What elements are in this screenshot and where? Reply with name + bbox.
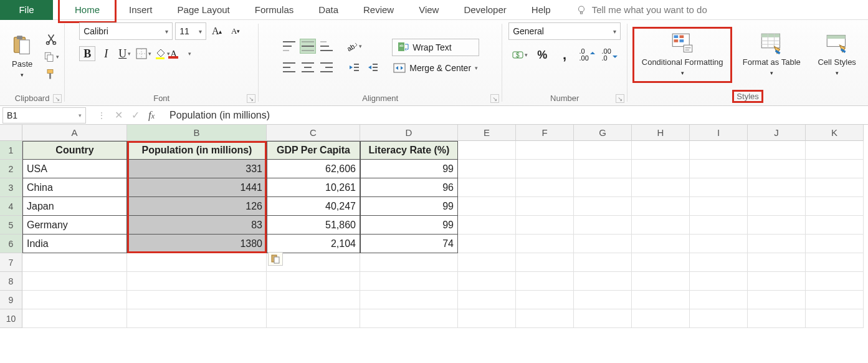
cell-A5[interactable]: Germany [22, 216, 127, 235]
cell-F7[interactable] [516, 253, 574, 272]
cell-J10[interactable] [748, 309, 806, 328]
cell-E8[interactable] [458, 272, 516, 291]
cell-C3[interactable]: 10,261 [267, 178, 360, 197]
cell-G10[interactable] [574, 309, 632, 328]
grow-font-button[interactable]: A▴ [209, 24, 225, 39]
row-header-6[interactable]: 6 [0, 235, 22, 253]
page-layout-tab[interactable]: Page Layout [165, 0, 242, 20]
cell-H3[interactable] [632, 178, 690, 197]
file-tab[interactable]: File [0, 0, 53, 20]
format-painter-button[interactable] [43, 67, 59, 82]
cell-J3[interactable] [748, 178, 806, 197]
alignment-launcher[interactable]: ↘ [490, 94, 499, 103]
cell-K2[interactable] [806, 160, 864, 178]
cell-I1[interactable] [690, 141, 748, 160]
cell-J9[interactable] [748, 291, 806, 309]
cell-E5[interactable] [458, 216, 516, 235]
decrease-indent-button[interactable] [346, 60, 362, 75]
cell-H9[interactable] [632, 291, 690, 309]
cell-C5[interactable]: 51,860 [267, 216, 360, 235]
cell-C8[interactable] [267, 272, 360, 291]
cell-H4[interactable] [632, 197, 690, 216]
wrap-text-button[interactable]: ab Wrap Text [392, 39, 479, 56]
cell-C6[interactable]: 2,104 [267, 235, 360, 253]
fill-color-button[interactable] [154, 46, 170, 61]
percent-button[interactable]: % [534, 47, 550, 62]
formulas-tab[interactable]: Formulas [242, 0, 307, 20]
developer-tab[interactable]: Developer [451, 0, 518, 20]
cell-D10[interactable] [360, 309, 458, 328]
font-color-button[interactable]: A [173, 46, 189, 61]
cell-J7[interactable] [748, 253, 806, 272]
accounting-format-button[interactable]: $ [512, 47, 528, 62]
cell-I6[interactable] [690, 235, 748, 253]
cell-G5[interactable] [574, 216, 632, 235]
cell-G4[interactable] [574, 197, 632, 216]
cell-K9[interactable] [806, 291, 864, 309]
align-middle-button[interactable] [300, 39, 316, 54]
cell-C1[interactable]: GDP Per Capita [267, 141, 360, 160]
decrease-decimal-button[interactable]: .00.0 [601, 47, 618, 62]
increase-indent-button[interactable] [365, 60, 381, 75]
cell-A3[interactable]: China [22, 178, 127, 197]
view-tab[interactable]: View [406, 0, 451, 20]
cancel-formula-button[interactable]: ✕ [115, 109, 123, 121]
clipboard-launcher[interactable]: ↘ [53, 94, 62, 103]
cell-F5[interactable] [516, 216, 574, 235]
cell-G1[interactable] [574, 141, 632, 160]
cell-J2[interactable] [748, 160, 806, 178]
cell-E10[interactable] [458, 309, 516, 328]
cell-C2[interactable]: 62,606 [267, 160, 360, 178]
worksheet-grid[interactable]: A B C D E F G H I J K 1 Country Populati… [0, 125, 868, 328]
cell-styles-button[interactable]: Cell Styles ▾ [811, 30, 863, 80]
cell-F6[interactable] [516, 235, 574, 253]
number-format-dropdown[interactable]: General▾ [508, 22, 621, 40]
shrink-font-button[interactable]: A▾ [227, 24, 244, 39]
cell-A9[interactable] [22, 291, 127, 309]
cell-A10[interactable] [22, 309, 127, 328]
underline-button[interactable]: U [117, 46, 133, 61]
row-header-7[interactable]: 7 [0, 253, 22, 272]
row-header-9[interactable]: 9 [0, 291, 22, 309]
cell-H2[interactable] [632, 160, 690, 178]
review-tab[interactable]: Review [351, 0, 406, 20]
cell-I5[interactable] [690, 216, 748, 235]
accept-formula-button[interactable]: ✓ [131, 109, 140, 121]
cell-I10[interactable] [690, 309, 748, 328]
col-header-I[interactable]: I [690, 125, 748, 141]
cell-E1[interactable] [458, 141, 516, 160]
row-header-1[interactable]: 1 [0, 141, 22, 160]
cell-A6[interactable]: India [22, 235, 127, 253]
bold-button[interactable]: B [79, 46, 95, 61]
cell-E7[interactable] [458, 253, 516, 272]
cell-E6[interactable] [458, 235, 516, 253]
paste-button[interactable]: Paste ▾ [5, 32, 39, 82]
row-header-3[interactable]: 3 [0, 178, 22, 197]
paste-options-smarttag[interactable] [268, 252, 283, 266]
col-header-G[interactable]: G [574, 125, 632, 141]
cell-B7[interactable] [127, 253, 267, 272]
conditional-formatting-button[interactable]: Conditional Formatting ▾ [636, 30, 729, 80]
align-top-button[interactable] [281, 39, 297, 54]
cell-J8[interactable] [748, 272, 806, 291]
borders-button[interactable] [135, 46, 151, 61]
cell-D9[interactable] [360, 291, 458, 309]
cell-K5[interactable] [806, 216, 864, 235]
cell-H6[interactable] [632, 235, 690, 253]
col-header-F[interactable]: F [516, 125, 574, 141]
cell-J4[interactable] [748, 197, 806, 216]
cell-G7[interactable] [574, 253, 632, 272]
cell-A2[interactable]: USA [22, 160, 127, 178]
cell-E3[interactable] [458, 178, 516, 197]
cell-B9[interactable] [127, 291, 267, 309]
cell-I3[interactable] [690, 178, 748, 197]
cell-B5[interactable]: 83 [127, 216, 267, 235]
cell-F2[interactable] [516, 160, 574, 178]
col-header-A[interactable]: A [22, 125, 127, 141]
row-header-10[interactable]: 10 [0, 309, 22, 328]
cell-G2[interactable] [574, 160, 632, 178]
cell-J6[interactable] [748, 235, 806, 253]
align-right-button[interactable] [318, 60, 335, 75]
align-left-button[interactable] [281, 60, 297, 75]
cell-I8[interactable] [690, 272, 748, 291]
